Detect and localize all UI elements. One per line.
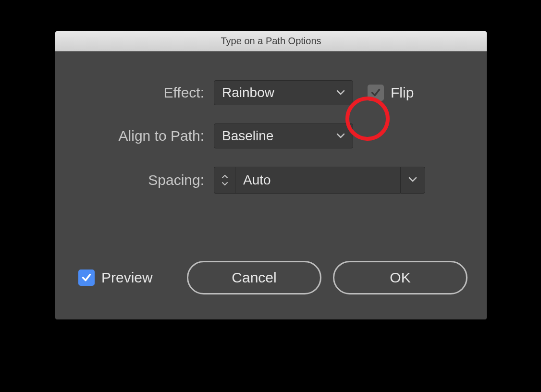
ok-button[interactable]: OK bbox=[333, 261, 467, 294]
preview-group: Preview bbox=[78, 270, 153, 286]
chevron-down-icon bbox=[336, 90, 345, 96]
cancel-button[interactable]: Cancel bbox=[187, 261, 321, 294]
button-row: Preview Cancel OK bbox=[74, 261, 467, 294]
effect-label: Effect: bbox=[74, 85, 214, 101]
preview-label: Preview bbox=[101, 270, 153, 286]
flip-label: Flip bbox=[391, 85, 414, 101]
chevron-down-icon bbox=[408, 176, 417, 184]
chevron-up-icon bbox=[221, 175, 228, 179]
dialog-title: Type on a Path Options bbox=[221, 36, 321, 47]
ok-button-label: OK bbox=[390, 270, 410, 286]
dialog-titlebar: Type on a Path Options bbox=[55, 31, 487, 51]
flip-checkbox[interactable] bbox=[368, 85, 384, 101]
effect-row: Effect: Rainbow Flip bbox=[74, 80, 467, 105]
spacing-dropdown[interactable] bbox=[400, 167, 425, 194]
align-value: Baseline bbox=[222, 128, 273, 144]
align-row: Align to Path: Baseline bbox=[74, 123, 467, 148]
type-on-path-dialog: Type on a Path Options Effect: Rainbow F… bbox=[55, 31, 487, 319]
spacing-input[interactable]: Auto bbox=[235, 167, 400, 194]
cancel-button-label: Cancel bbox=[232, 270, 276, 286]
dialog-body: Effect: Rainbow Flip Align to Path: Base… bbox=[55, 51, 487, 231]
spacing-stepper[interactable] bbox=[214, 167, 235, 194]
align-select[interactable]: Baseline bbox=[214, 123, 353, 148]
spacing-label: Spacing: bbox=[74, 172, 214, 188]
spacing-spinner: Auto bbox=[214, 167, 425, 194]
chevron-down-icon bbox=[221, 182, 228, 185]
effect-value: Rainbow bbox=[222, 85, 274, 100]
effect-select[interactable]: Rainbow bbox=[214, 80, 353, 105]
spacing-row: Spacing: Auto bbox=[74, 167, 467, 194]
chevron-down-icon bbox=[336, 133, 345, 139]
dialog-buttons: Cancel OK bbox=[187, 261, 467, 294]
preview-checkbox[interactable] bbox=[78, 270, 95, 286]
align-label: Align to Path: bbox=[74, 128, 214, 144]
spacing-value: Auto bbox=[243, 172, 271, 188]
